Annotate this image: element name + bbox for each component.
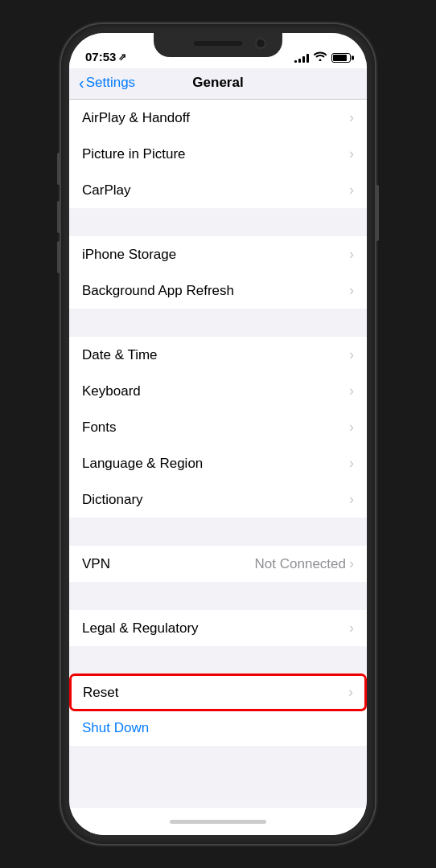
reset-label: Reset [83,685,118,701]
divider-1 [69,208,367,236]
dictionary-right: › [349,491,354,508]
carplay-chevron-icon: › [349,182,354,199]
status-icons [294,51,351,63]
background-refresh-chevron-icon: › [349,282,354,299]
keyboard-label: Keyboard [82,383,141,399]
section-5: Legal & Regulatory › [69,610,367,646]
language-right: › [349,455,354,472]
legal-chevron-icon: › [349,620,354,637]
keyboard-row[interactable]: Keyboard › [69,373,367,409]
divider-3 [69,518,367,546]
legal-row[interactable]: Legal & Regulatory › [69,610,367,646]
carplay-row[interactable]: CarPlay › [69,172,367,208]
datetime-row[interactable]: Date & Time › [69,337,367,373]
legal-label: Legal & Regulatory [82,620,199,637]
keyboard-right: › [349,383,354,399]
divider-5 [69,646,367,674]
datetime-label: Date & Time [82,347,158,363]
notch-camera [257,39,265,47]
airplay-label: AirPlay & Handoff [82,110,190,126]
wifi-icon [314,51,327,63]
airplay-right: › [349,109,354,126]
vpn-value: Not Connected [255,556,346,572]
home-bar [170,820,266,824]
shutdown-label: Shut Down [82,720,149,736]
section-1: AirPlay & Handoff › Picture in Picture ›… [69,100,367,208]
vpn-right: Not Connected › [255,555,354,572]
language-chevron-icon: › [349,455,354,472]
datetime-chevron-icon: › [349,346,354,363]
dictionary-row[interactable]: Dictionary › [69,481,367,518]
phone-screen: 07:53 ⇗ [69,33,367,835]
iphone-storage-right: › [349,246,354,263]
language-label: Language & Region [82,456,203,472]
iphone-storage-chevron-icon: › [349,246,354,263]
location-icon: ⇗ [118,51,126,63]
back-button[interactable]: ‹ Settings [79,75,135,91]
battery-fill [333,55,347,61]
fonts-label: Fonts [82,420,117,436]
battery-icon [331,53,351,63]
pip-label: Picture in Picture [82,146,186,162]
reset-row[interactable]: Reset › [70,674,366,710]
vpn-label: VPN [82,556,110,572]
pip-chevron-icon: › [349,145,354,162]
section-3: Date & Time › Keyboard › Fonts › [69,337,367,518]
carplay-right: › [349,182,354,199]
divider-4 [69,582,367,610]
nav-bar: ‹ Settings General [69,68,367,100]
iphone-storage-row[interactable]: iPhone Storage › [69,236,367,272]
language-row[interactable]: Language & Region › [69,445,367,481]
nav-title: General [192,75,243,91]
reset-chevron-icon: › [348,684,353,701]
settings-content: AirPlay & Handoff › Picture in Picture ›… [69,100,367,835]
background-refresh-label: Background App Refresh [82,283,234,299]
notch-speaker [194,41,242,46]
iphone-storage-label: iPhone Storage [82,247,176,263]
datetime-right: › [349,346,354,363]
legal-right: › [349,620,354,637]
keyboard-chevron-icon: › [349,383,354,399]
section-6: Reset › Shut Down [69,674,367,746]
back-label: Settings [86,75,135,91]
dictionary-chevron-icon: › [349,491,354,508]
home-indicator [69,808,367,835]
background-refresh-right: › [349,282,354,299]
background-refresh-row[interactable]: Background App Refresh › [69,272,367,309]
fonts-chevron-icon: › [349,419,354,436]
carplay-label: CarPlay [82,182,130,199]
section-4: VPN Not Connected › [69,546,367,582]
time-display: 07:53 [85,50,116,63]
divider-2 [69,309,367,337]
pip-right: › [349,145,354,162]
airplay-chevron-icon: › [349,109,354,126]
shutdown-row[interactable]: Shut Down [69,710,367,746]
pip-row[interactable]: Picture in Picture › [69,136,367,172]
back-chevron-icon: ‹ [79,75,84,91]
fonts-row[interactable]: Fonts › [69,409,367,445]
reset-right: › [348,684,353,701]
vpn-row[interactable]: VPN Not Connected › [69,546,367,582]
signal-icon [294,53,309,63]
section-2: iPhone Storage › Background App Refresh … [69,236,367,309]
status-time-group: 07:53 ⇗ [85,50,126,63]
dictionary-label: Dictionary [82,492,143,508]
fonts-right: › [349,419,354,436]
vpn-chevron-icon: › [349,555,354,572]
notch [154,33,282,57]
airplay-row[interactable]: AirPlay & Handoff › [69,100,367,136]
phone-frame: 07:53 ⇗ [61,24,375,844]
